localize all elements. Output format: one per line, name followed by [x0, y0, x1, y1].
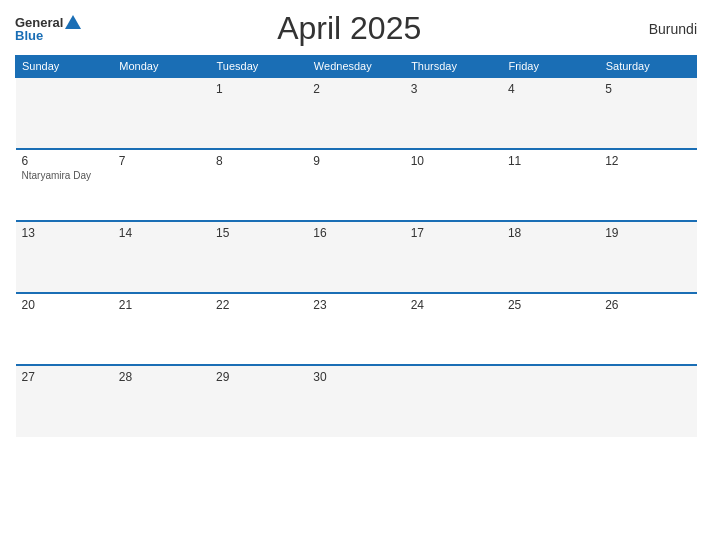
day-cell: 15: [210, 221, 307, 293]
calendar-body: 123456Ntaryamira Day78910111213141516171…: [16, 77, 697, 437]
day-cell: [16, 77, 113, 149]
day-number: 12: [605, 154, 690, 168]
day-cell: 2: [307, 77, 404, 149]
day-number: 20: [22, 298, 107, 312]
day-cell: 11: [502, 149, 599, 221]
day-cell: 26: [599, 293, 696, 365]
week-row-1: 6Ntaryamira Day789101112: [16, 149, 697, 221]
day-cell: 21: [113, 293, 210, 365]
day-cell: 10: [405, 149, 502, 221]
day-cell: 9: [307, 149, 404, 221]
day-number: 10: [411, 154, 496, 168]
day-number: 9: [313, 154, 398, 168]
week-row-2: 13141516171819: [16, 221, 697, 293]
day-cell: 18: [502, 221, 599, 293]
day-number: 15: [216, 226, 301, 240]
day-number: 30: [313, 370, 398, 384]
day-cell: 12: [599, 149, 696, 221]
calendar-page: General Blue April 2025 Burundi Sunday M…: [0, 0, 712, 550]
logo-triangle-icon: [65, 15, 81, 29]
logo: General Blue: [15, 15, 81, 42]
day-number: 27: [22, 370, 107, 384]
day-cell: 25: [502, 293, 599, 365]
day-cell: 1: [210, 77, 307, 149]
day-number: 17: [411, 226, 496, 240]
day-cell: 5: [599, 77, 696, 149]
logo-top-row: General: [15, 15, 81, 29]
day-number: 19: [605, 226, 690, 240]
logo-general-text: General: [15, 16, 63, 29]
col-sunday: Sunday: [16, 56, 113, 78]
col-tuesday: Tuesday: [210, 56, 307, 78]
day-number: 28: [119, 370, 204, 384]
day-number: 24: [411, 298, 496, 312]
day-cell: 3: [405, 77, 502, 149]
col-friday: Friday: [502, 56, 599, 78]
day-number: 4: [508, 82, 593, 96]
day-cell: [599, 365, 696, 437]
day-number: 5: [605, 82, 690, 96]
day-cell: 19: [599, 221, 696, 293]
day-number: 21: [119, 298, 204, 312]
day-number: 3: [411, 82, 496, 96]
col-saturday: Saturday: [599, 56, 696, 78]
day-cell: 4: [502, 77, 599, 149]
day-number: 1: [216, 82, 301, 96]
day-cell: 13: [16, 221, 113, 293]
day-cell: 23: [307, 293, 404, 365]
day-number: 14: [119, 226, 204, 240]
day-cell: 17: [405, 221, 502, 293]
day-number: 23: [313, 298, 398, 312]
logo-blue-text: Blue: [15, 29, 43, 42]
day-cell: 22: [210, 293, 307, 365]
day-cell: 28: [113, 365, 210, 437]
day-number: 13: [22, 226, 107, 240]
day-cell: 14: [113, 221, 210, 293]
calendar-table: Sunday Monday Tuesday Wednesday Thursday…: [15, 55, 697, 437]
day-cell: 16: [307, 221, 404, 293]
day-cell: 7: [113, 149, 210, 221]
col-monday: Monday: [113, 56, 210, 78]
day-number: 26: [605, 298, 690, 312]
weekday-row: Sunday Monday Tuesday Wednesday Thursday…: [16, 56, 697, 78]
col-wednesday: Wednesday: [307, 56, 404, 78]
day-number: 7: [119, 154, 204, 168]
day-cell: 29: [210, 365, 307, 437]
day-number: 25: [508, 298, 593, 312]
week-row-0: 12345: [16, 77, 697, 149]
day-number: 29: [216, 370, 301, 384]
day-cell: 8: [210, 149, 307, 221]
country-label: Burundi: [617, 21, 697, 37]
day-cell: [502, 365, 599, 437]
day-number: 11: [508, 154, 593, 168]
calendar-header: Sunday Monday Tuesday Wednesday Thursday…: [16, 56, 697, 78]
day-cell: [113, 77, 210, 149]
header: General Blue April 2025 Burundi: [15, 10, 697, 47]
logo-wrapper: General Blue: [15, 15, 81, 42]
day-number: 16: [313, 226, 398, 240]
day-event: Ntaryamira Day: [22, 170, 91, 181]
day-cell: 6Ntaryamira Day: [16, 149, 113, 221]
day-number: 6: [22, 154, 107, 168]
day-cell: 27: [16, 365, 113, 437]
day-number: 18: [508, 226, 593, 240]
day-cell: 20: [16, 293, 113, 365]
day-cell: 24: [405, 293, 502, 365]
calendar-title: April 2025: [81, 10, 617, 47]
day-cell: 30: [307, 365, 404, 437]
week-row-4: 27282930: [16, 365, 697, 437]
day-number: 8: [216, 154, 301, 168]
day-number: 22: [216, 298, 301, 312]
week-row-3: 20212223242526: [16, 293, 697, 365]
col-thursday: Thursday: [405, 56, 502, 78]
day-number: 2: [313, 82, 398, 96]
day-cell: [405, 365, 502, 437]
